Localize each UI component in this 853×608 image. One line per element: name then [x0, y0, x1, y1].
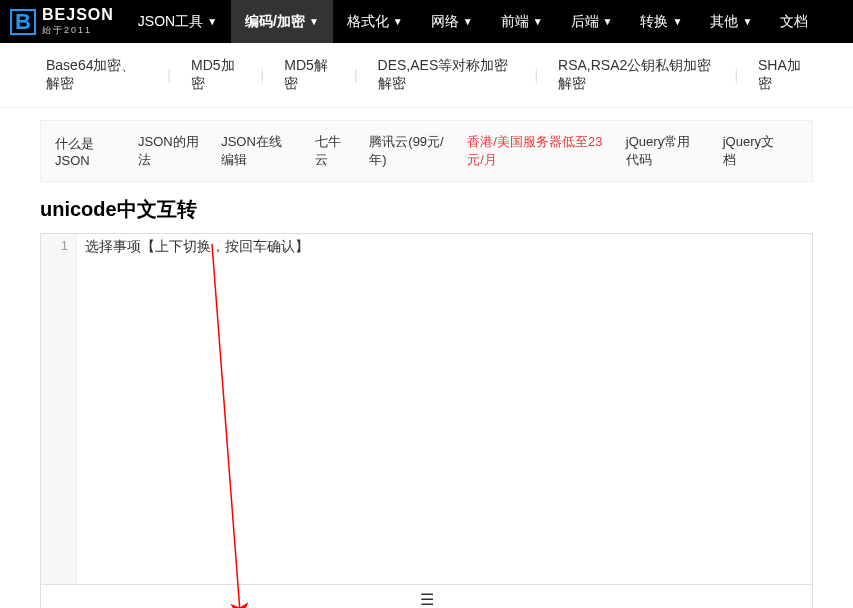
page-title: unicode中文互转 [40, 196, 813, 223]
nav-item-7[interactable]: 其他▼ [696, 0, 766, 43]
nav-item-5[interactable]: 后端▼ [557, 0, 627, 43]
annotation-arrow-icon [77, 234, 377, 608]
sub-nav: Base64加密、解密|MD5加密|MD5解密|DES,AES等对称加密解密|R… [0, 43, 853, 108]
logo-sub: 始于2011 [42, 24, 114, 37]
subnav-item-4[interactable]: RSA,RSA2公钥私钥加密解密 [552, 57, 720, 93]
separator: | [261, 67, 265, 83]
caret-icon: ▼ [207, 16, 217, 27]
editor-wrap: 1 选择事项【上下切换，按回车确认】 [40, 233, 813, 585]
link-item-0[interactable]: 什么是JSON [55, 135, 116, 168]
nav-item-6[interactable]: 转换▼ [626, 0, 696, 43]
caret-icon: ▼ [603, 16, 613, 27]
link-item-4[interactable]: 腾讯云(99元/年) [369, 133, 445, 169]
caret-icon: ▼ [463, 16, 473, 27]
separator: | [167, 67, 171, 83]
link-item-6[interactable]: jQuery常用代码 [626, 133, 701, 169]
caret-icon: ▼ [672, 16, 682, 27]
editor-placeholder: 选择事项【上下切换，按回车确认】 [85, 238, 309, 254]
logo-main: BEJSON [42, 6, 114, 24]
link-item-7[interactable]: jQuery文档 [723, 133, 776, 169]
separator: | [734, 67, 738, 83]
line-number: 1 [41, 238, 68, 253]
nav-item-3[interactable]: 网络▼ [417, 0, 487, 43]
editor-gutter: 1 [41, 234, 77, 584]
nav-item-2[interactable]: 格式化▼ [333, 0, 417, 43]
logo-icon: B [10, 9, 36, 35]
caret-icon: ▼ [393, 16, 403, 27]
svg-line-0 [212, 244, 240, 608]
subnav-item-3[interactable]: DES,AES等对称加密解密 [372, 57, 521, 93]
link-bar: 什么是JSONJSON的用法JSON在线编辑七牛云腾讯云(99元/年)香港/美国… [40, 120, 813, 182]
caret-icon: ▼ [533, 16, 543, 27]
subnav-item-0[interactable]: Base64加密、解密 [40, 57, 153, 93]
nav-item-8[interactable]: 文档 [766, 0, 822, 43]
separator: | [354, 67, 358, 83]
nav-items: JSON工具▼编码/加密▼格式化▼网络▼前端▼后端▼转换▼其他▼文档 [124, 0, 822, 43]
link-item-3[interactable]: 七牛云 [315, 133, 347, 169]
logo[interactable]: B BEJSON 始于2011 [0, 6, 124, 37]
code-editor[interactable]: 1 选择事项【上下切换，按回车确认】 [41, 234, 812, 584]
caret-icon: ▼ [742, 16, 752, 27]
nav-item-4[interactable]: 前端▼ [487, 0, 557, 43]
link-item-1[interactable]: JSON的用法 [138, 133, 199, 169]
code-area[interactable]: 选择事项【上下切换，按回车确认】 [77, 234, 812, 584]
subnav-item-2[interactable]: MD5解密 [278, 57, 340, 93]
logo-text: BEJSON 始于2011 [42, 6, 114, 37]
editor-toolbar: ☰ [40, 585, 813, 608]
hamburger-icon[interactable]: ☰ [420, 590, 434, 608]
caret-icon: ▼ [309, 16, 319, 27]
link-item-2[interactable]: JSON在线编辑 [221, 133, 293, 169]
link-item-5[interactable]: 香港/美国服务器低至23元/月 [467, 133, 604, 169]
subnav-item-1[interactable]: MD5加密 [185, 57, 247, 93]
nav-item-1[interactable]: 编码/加密▼ [231, 0, 333, 43]
top-nav: B BEJSON 始于2011 JSON工具▼编码/加密▼格式化▼网络▼前端▼后… [0, 0, 853, 43]
subnav-item-5[interactable]: SHA加密 [752, 57, 813, 93]
nav-item-0[interactable]: JSON工具▼ [124, 0, 231, 43]
separator: | [534, 67, 538, 83]
